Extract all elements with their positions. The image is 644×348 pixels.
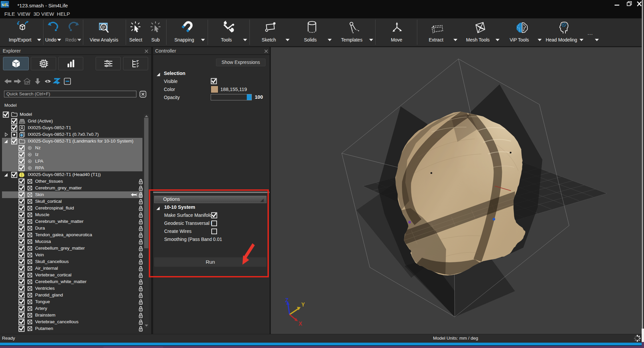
svg-text:X: X: [299, 321, 302, 327]
svg-text:C: C: [136, 60, 138, 63]
svg-text:L: L: [6, 2, 9, 7]
svg-text:Z: Z: [285, 297, 289, 303]
svg-text:Y: Y: [301, 302, 305, 308]
svg-text:4: 4: [4, 2, 6, 7]
